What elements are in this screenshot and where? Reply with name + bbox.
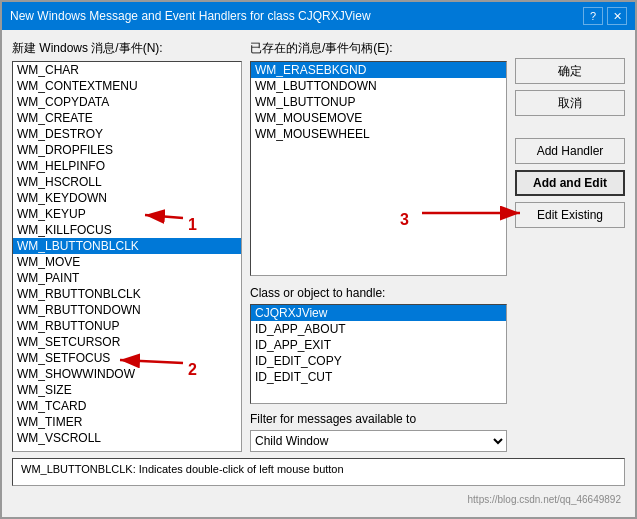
left-list-item[interactable]: WM_HSCROLL [13,174,241,190]
close-button[interactable]: ✕ [607,7,627,25]
left-list-item[interactable]: WM_HELPINFO [13,158,241,174]
main-dialog: New Windows Message and Event Handlers f… [0,0,637,519]
left-list-item[interactable]: WM_KILLFOCUS [13,222,241,238]
class-list-item[interactable]: ID_EDIT_CUT [251,369,506,385]
existing-list-item[interactable]: WM_MOUSEMOVE [251,110,506,126]
left-list-item[interactable]: WM_LBUTTONBLCLK [13,238,241,254]
class-list-item[interactable]: ID_EDIT_COPY [251,353,506,369]
class-list[interactable]: CJQRXJViewID_APP_ABOUTID_APP_EXITID_EDIT… [250,304,507,404]
existing-list-item[interactable]: WM_LBUTTONDOWN [251,78,506,94]
add-handler-button[interactable]: Add Handler [515,138,625,164]
left-list-item[interactable]: WM_COPYDATA [13,94,241,110]
left-list-item[interactable]: WM_KEYUP [13,206,241,222]
filter-section: Filter for messages available to Child W… [250,412,507,452]
dialog-wrapper: New Windows Message and Event Handlers f… [0,0,637,519]
status-text: WM_LBUTTONBLCLK: Indicates double-click … [21,463,344,475]
left-list-item[interactable]: WM_CREATE [13,110,241,126]
class-label: Class or object to handle: [250,286,507,300]
class-list-item[interactable]: ID_APP_EXIT [251,337,506,353]
left-list-item[interactable]: WM_VSCROLL [13,430,241,446]
existing-list-item[interactable]: WM_ERASEBKGND [251,62,506,78]
left-list-item[interactable]: WM_TIMER [13,414,241,430]
title-bar-buttons: ? ✕ [583,7,627,25]
left-list-item[interactable]: WM_SIZE [13,382,241,398]
help-button[interactable]: ? [583,7,603,25]
left-panel-label: 新建 Windows 消息/事件(N): [12,40,242,57]
filter-select[interactable]: Child Window [250,430,507,452]
left-list-item[interactable]: WM_RBUTTONUP [13,318,241,334]
status-bar: WM_LBUTTONBLCLK: Indicates double-click … [12,458,625,486]
left-list-item[interactable]: WM_PAINT [13,270,241,286]
cancel-button[interactable]: 取消 [515,90,625,116]
edit-existing-button[interactable]: Edit Existing [515,202,625,228]
watermark: https://blog.csdn.net/qq_46649892 [12,492,625,507]
left-panel: 新建 Windows 消息/事件(N): WM_CHARWM_CONTEXTME… [12,40,242,452]
left-list-item[interactable]: WM_CHAR [13,62,241,78]
middle-top: 已存在的消息/事件句柄(E): WM_ERASEBKGNDWM_LBUTTOND… [250,40,507,276]
class-list-item[interactable]: ID_APP_ABOUT [251,321,506,337]
class-list-item[interactable]: CJQRXJView [251,305,506,321]
add-and-edit-button[interactable]: Add and Edit [515,170,625,196]
middle-panel: 已存在的消息/事件句柄(E): WM_ERASEBKGNDWM_LBUTTOND… [250,40,507,452]
left-list-item[interactable]: WM_SETFOCUS [13,350,241,366]
existing-handlers-label: 已存在的消息/事件句柄(E): [250,40,507,57]
title-text: New Windows Message and Event Handlers f… [10,9,371,23]
left-list-item[interactable]: WM_DESTROY [13,126,241,142]
left-list-item[interactable]: WM_CONTEXTMENU [13,78,241,94]
left-list-item[interactable]: WM_KEYDOWN [13,190,241,206]
left-list-item[interactable]: WM_TCARD [13,398,241,414]
existing-list-item[interactable]: WM_MOUSEWHEEL [251,126,506,142]
existing-list-item[interactable]: WM_LBUTTONUP [251,94,506,110]
left-list-item[interactable]: WM_SETCURSOR [13,334,241,350]
dialog-body: 新建 Windows 消息/事件(N): WM_CHARWM_CONTEXTME… [2,30,635,517]
title-bar: New Windows Message and Event Handlers f… [2,2,635,30]
left-list-item[interactable]: WM_SHOWWINDOW [13,366,241,382]
class-section: Class or object to handle: CJQRXJViewID_… [250,286,507,404]
new-messages-list[interactable]: WM_CHARWM_CONTEXTMENUWM_COPYDATAWM_CREAT… [12,61,242,452]
left-list-item[interactable]: WM_DROPFILES [13,142,241,158]
existing-handlers-list[interactable]: WM_ERASEBKGNDWM_LBUTTONDOWNWM_LBUTTONUPW… [250,61,507,276]
main-row: 新建 Windows 消息/事件(N): WM_CHARWM_CONTEXTME… [12,40,625,452]
left-list-item[interactable]: WM_MOVE [13,254,241,270]
right-panel: 确定 取消 Add Handler Add and Edit Edit Exis… [515,40,625,452]
left-list-item[interactable]: WM_RBUTTONDOWN [13,302,241,318]
filter-label: Filter for messages available to [250,412,507,426]
spacer-1 [515,122,625,132]
left-list-item[interactable]: WM_RBUTTONBLCLK [13,286,241,302]
ok-button[interactable]: 确定 [515,58,625,84]
